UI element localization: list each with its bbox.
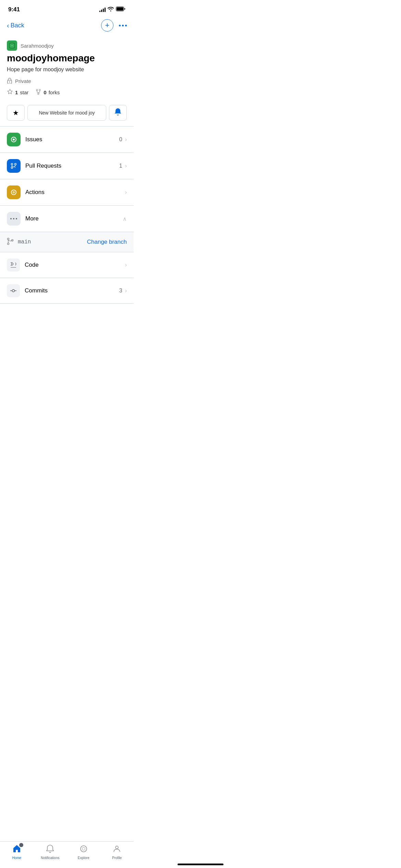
dot-icon [119,25,121,26]
bell-filled-icon [114,108,122,118]
pull-requests-icon [7,159,21,173]
fork-icon [35,89,41,96]
more-button[interactable] [119,25,127,26]
commit-message-label: New Website for mood joy [39,110,95,116]
battery-icon [116,7,125,13]
repo-owner-name: Sarahmoodjoy [21,43,54,49]
dot-icon [125,25,127,26]
star-count: 1 [15,89,18,95]
signal-icon [99,7,106,12]
branch-icon [7,238,14,246]
svg-point-24 [12,290,15,292]
pull-requests-label: Pull Requests [25,162,119,169]
back-button[interactable]: ‹ Back [7,22,24,29]
fork-label: forks [49,89,60,95]
svg-point-22 [8,243,9,245]
issues-count: 0 [119,136,122,143]
lock-icon [7,77,12,85]
wifi-icon [108,7,114,13]
issues-menu-item[interactable]: Issues 0 › [0,126,134,153]
issues-icon [7,133,21,146]
svg-point-21 [8,238,9,240]
svg-point-19 [13,218,14,219]
commits-count: 3 [119,288,122,294]
repo-visibility: Private [7,77,127,85]
plus-icon: + [105,21,110,30]
repo-avatar [7,40,17,51]
svg-rect-1 [117,7,123,11]
status-bar: 9:41 [0,0,134,17]
status-icons [99,7,125,13]
branch-section: main Change branch [0,232,134,252]
stars-stat: 1 star [7,89,28,96]
pull-requests-chevron-icon: › [125,163,127,169]
commits-icon [7,284,20,297]
star-label: star [20,89,28,95]
commits-label: Commits [25,287,119,294]
svg-point-6 [9,82,10,83]
dot-icon [122,25,124,26]
star-button[interactable]: ★ [7,105,25,121]
action-row: ★ New Website for mood joy [7,105,127,121]
back-label: Back [11,22,24,29]
code-section: Code › Commits 3 › [0,252,134,304]
code-label: Code [25,262,125,268]
actions-label: Actions [25,189,125,196]
svg-point-7 [36,89,38,91]
menu-list: Issues 0 › Pull Requests 1 › Actions [0,126,134,232]
repo-description: Hope page for moodjoy website [7,67,127,73]
svg-point-12 [11,164,13,165]
nav-right-actions: + [101,19,127,32]
fork-count: 0 [44,89,46,95]
svg-point-11 [13,138,15,141]
branch-name: main [18,239,31,245]
actions-chevron-icon: › [125,189,127,195]
svg-point-18 [10,218,12,219]
back-chevron-icon: ‹ [7,22,9,29]
star-icon [7,89,13,96]
more-menu-item[interactable]: More ∧ [0,206,134,232]
more-icon [7,212,21,226]
actions-icon [7,185,21,199]
issues-chevron-icon: › [125,136,127,143]
svg-point-17 [13,192,14,193]
status-time: 9:41 [8,6,20,13]
branch-left: main [7,238,31,246]
code-chevron-icon: › [125,262,127,268]
repo-stats: 1 star 0 forks [7,89,127,96]
change-branch-button[interactable]: Change branch [87,239,127,245]
repo-name: moodjoyhomepage [7,53,127,64]
issues-label: Issues [25,136,119,143]
svg-point-20 [16,218,17,219]
code-menu-item[interactable]: Code › [0,252,134,278]
pull-requests-count: 1 [119,163,122,169]
nav-bar: ‹ Back + [0,17,134,35]
repo-header: Sarahmoodjoy moodjoyhomepage Hope page f… [0,35,134,105]
pull-requests-menu-item[interactable]: Pull Requests 1 › [0,153,134,179]
svg-point-13 [15,164,16,165]
add-button[interactable]: + [101,19,113,32]
repo-owner: Sarahmoodjoy [7,40,127,51]
forks-stat: 0 forks [35,89,60,96]
more-label: More [25,215,123,222]
svg-point-8 [39,89,40,91]
more-chevron-icon: ∧ [123,216,127,222]
svg-point-9 [38,93,39,95]
svg-rect-4 [11,45,13,47]
visibility-label: Private [15,78,31,84]
notification-bell-button[interactable] [109,105,127,121]
commit-message-button[interactable]: New Website for mood joy [27,105,106,121]
star-filled-icon: ★ [13,109,19,117]
commits-chevron-icon: › [125,288,127,294]
actions-menu-item[interactable]: Actions › [0,179,134,206]
commits-menu-item[interactable]: Commits 3 › [0,278,134,304]
code-icon [7,258,20,272]
